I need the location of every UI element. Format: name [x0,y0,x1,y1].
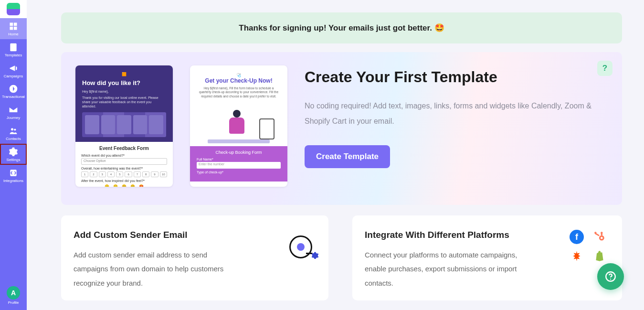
nav-label: Contacts [0,137,27,141]
nav-journey[interactable]: Journey [0,102,27,123]
template-logo-icon: 🟧 [82,72,166,76]
svg-point-9 [601,237,602,239]
hero-card: ? 🟧 How did you like it? Hey ${first nam… [61,52,622,205]
create-template-button[interactable]: Create Template [305,145,390,168]
form-select: Choose Option [81,158,167,165]
integrations-icon [9,168,18,178]
nav-label: Settings [0,158,27,162]
form-question: After the event, how inspired did you fe… [81,179,167,182]
campaigns-icon [9,64,18,73]
form-title: Event Feedback Form [81,146,167,151]
nav-label: Transactional [0,95,27,99]
at-sign-icon [289,235,312,258]
hero-help-button[interactable]: ? [597,61,612,76]
emoji-row: 😐🙂😊😄😍 [81,184,167,187]
nav-transactional[interactable]: Transactional [0,81,27,102]
nav-label: Journey [0,116,27,120]
rating-row: 12345678910 [81,171,167,177]
svg-rect-3 [14,27,17,30]
form-title: Check-up Booking Form [197,150,281,155]
form-input: Enter the number [197,162,281,169]
nav-home[interactable]: Home [0,18,27,39]
sidebar: Home Templates Campaigns Transactional J… [0,0,27,310]
card-integrate-platforms[interactable]: Integrate With Different Platforms Conne… [352,215,622,300]
contacts-icon [9,126,18,136]
svg-rect-2 [10,27,13,30]
template-title: How did you like it? [82,79,166,86]
home-icon [9,21,18,31]
template-title: Get your Check-Up Now! [198,77,280,84]
hero-subtitle: No coding required! Add text, images, li… [305,98,608,129]
banner-text: Thanks for signing up! Your emails just … [239,23,444,32]
svg-rect-0 [10,23,13,26]
svg-point-13 [594,232,596,234]
svg-rect-1 [14,23,17,26]
hero-text: Create Your First Template No coding req… [305,65,608,187]
template-greeting: Hey ${first name}, [82,89,166,94]
nav-campaigns[interactable]: Campaigns [0,60,27,81]
template-illustration [82,112,166,137]
settings-icon [9,147,18,157]
hero-title: Create Your First Template [305,68,608,86]
svg-point-15 [610,278,611,279]
nav-label: Profile [0,301,27,305]
templates-icon [9,43,18,52]
onboarding-cards: Add Custom Sender Email Add custom sende… [61,215,622,300]
template-preview-checkup: 🩺 Get your Check-Up Now! Hey ${first nam… [190,65,287,187]
nav-settings[interactable]: Settings [0,144,27,165]
nav-label: Home [0,32,27,37]
form-label: Full Name* [197,158,281,161]
svg-point-5 [11,128,13,130]
platform-icons: f [570,230,609,263]
avatar: A [7,286,20,299]
nav-integrations[interactable]: Integrations [0,165,27,186]
stethoscope-icon: 🩺 [198,73,280,77]
help-icon [604,270,617,283]
template-previews: 🟧 How did you like it? Hey ${first name}… [75,65,287,187]
main-content: Thanks for signing up! Your emails just … [27,0,644,300]
card-body: Add custom sender email address to send … [74,248,236,290]
template-body: Thank you for visiting our local online … [82,96,166,108]
help-fab[interactable] [597,263,624,290]
form-question: Overall, how entertaining was the event?… [81,167,167,170]
template-illustration [203,102,274,143]
template-preview-feedback: 🟧 How did you like it? Hey ${first name}… [75,65,173,187]
app-logo[interactable] [0,0,27,18]
nav-label: Templates [0,53,27,58]
svg-point-6 [14,128,16,130]
form-label: Type of check-up* [197,171,281,174]
card-body: Connect your platforms to automate campa… [365,248,527,290]
svg-point-11 [601,232,602,234]
nav-label: Campaigns [0,75,27,79]
nav-templates[interactable]: Templates [0,39,27,60]
signup-banner: Thanks for signing up! Your emails just … [61,12,622,43]
template-sub: Hey ${first name}, Fill the form below t… [198,86,280,98]
form-question: Which event did you attend?* [81,154,167,157]
facebook-icon: f [570,230,584,244]
nav-label: Integrations [0,179,27,183]
hubspot-icon [592,230,607,244]
gear-icon [311,252,319,261]
transactional-icon [9,84,18,94]
zapier-icon [570,249,584,263]
journey-icon [9,105,18,115]
nav-contacts[interactable]: Contacts [0,123,27,144]
card-sender-email[interactable]: Add Custom Sender Email Add custom sende… [61,215,328,300]
nav-profile[interactable]: A Profile [0,286,27,305]
card-title: Add Custom Sender Email [74,230,316,240]
shopify-icon [592,249,607,263]
